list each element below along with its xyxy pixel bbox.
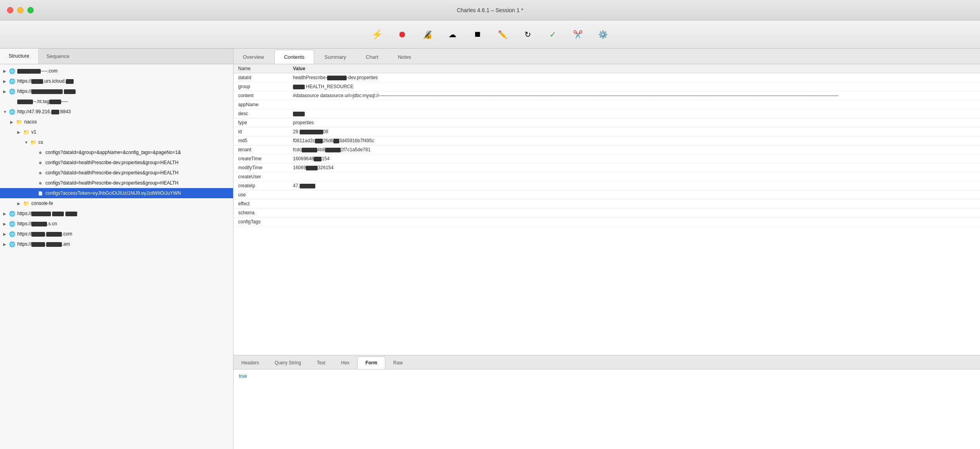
tree-arrow: ▶ — [17, 130, 23, 134]
tree-label: https:// — [17, 89, 76, 94]
record-button[interactable]: ⏺ — [392, 24, 412, 45]
tab-chart[interactable]: Chart — [356, 50, 388, 64]
tree-arrow — [31, 161, 37, 165]
tree-arrow — [31, 171, 37, 175]
tree-item-6[interactable]: ▶ 🌐 https:// — [0, 208, 233, 219]
table-row: dataIdhealthPrescribe--dev.properties — [233, 73, 980, 82]
tree-item-configs-3[interactable]: ⏺ configs?dataId=healthPrescribe-dev.pro… — [0, 168, 233, 178]
doc-icon: ⏺ — [37, 149, 44, 156]
tree-item-nacos[interactable]: ▶ 📁 nacos — [0, 117, 233, 127]
stop-button[interactable]: ⏹ — [467, 24, 488, 45]
minimize-button[interactable] — [17, 7, 24, 13]
table-row: group HEALTH_RESOURCE — [233, 82, 980, 91]
tree-label: v1 — [31, 129, 36, 135]
table-row: tenantfcdc4b82f7c1a5de781 — [233, 145, 980, 154]
tab-contents[interactable]: Contents — [274, 50, 314, 64]
right-panel-tabs: Overview Contents Summary Chart Notes — [233, 49, 980, 64]
tree-arrow: ▶ — [17, 201, 23, 206]
host-icon: 🌐 — [9, 88, 16, 95]
tree-label: configs?dataId=healthPrescribe-dev.prope… — [45, 170, 179, 176]
table-row: modifyTime16069326154 — [233, 163, 980, 172]
tree-item-5[interactable]: ▼ 🌐 http://47.99.216.:8843 — [0, 107, 233, 117]
tab-form[interactable]: Form — [357, 357, 385, 369]
tab-text[interactable]: Text — [309, 357, 333, 369]
tree-arrow: ▼ — [3, 110, 9, 114]
tab-query-string[interactable]: Query String — [267, 357, 309, 369]
tree-arrow: ▼ — [24, 140, 30, 145]
tab-headers[interactable]: Headers — [233, 357, 267, 369]
tree-item-7[interactable]: ▶ 🌐 https://.s.cn — [0, 219, 233, 229]
cell-name: desc — [233, 109, 288, 118]
window-title: Charles 4.6.1 – Session 1 * — [457, 7, 523, 13]
toolbar: ⚡ ⏺ 🔏 ☁ ⏹ ✏️ ↻ ✓ ✂️ ⚙️ — [0, 20, 980, 49]
tree-item-1[interactable]: ▶ 🌐 ──.com — [0, 66, 233, 76]
host-icon: 🌐 — [9, 210, 16, 217]
tree-label: https:// — [17, 211, 77, 216]
tree-item-v1[interactable]: ▶ 📁 v1 — [0, 127, 233, 137]
tree-label: configs?dataId=healthPrescribe-dev.prope… — [45, 160, 179, 165]
maximize-button[interactable] — [27, 7, 34, 13]
tree-item-3[interactable]: ▶ 🌐 https:// — [0, 86, 233, 96]
tab-sequence[interactable]: Sequence — [38, 49, 78, 64]
refresh-button[interactable]: ↻ — [517, 24, 538, 45]
throttle-button[interactable]: ⚡ — [367, 24, 387, 45]
tree-item-4[interactable]: ─.ht.tag── — [0, 96, 233, 107]
cell-value — [288, 199, 980, 208]
tree-label: ─.ht.tag── — [17, 99, 68, 104]
mode-button[interactable]: ☁ — [442, 24, 463, 45]
tree-label: https://.s.cn — [17, 221, 57, 226]
tree-item-console-fe[interactable]: ▶ 📁 console-fe — [0, 198, 233, 208]
tree-arrow: ▶ — [3, 69, 9, 73]
tree-arrow: ▶ — [10, 120, 16, 124]
tree-item-cs[interactable]: ▼ 📁 cs — [0, 137, 233, 147]
bottom-content: true — [233, 369, 980, 449]
tree-item-configs-2[interactable]: ⏺ configs?dataId=healthPrescribe-dev.pro… — [0, 158, 233, 168]
tree-label: console-fe — [31, 201, 53, 206]
close-button[interactable] — [7, 7, 13, 13]
cell-value — [288, 100, 980, 109]
tree-label: configs?dataId=healthPrescribe-dev.prope… — [45, 180, 179, 186]
tree-arrow — [31, 150, 37, 155]
compose-button[interactable]: ✏️ — [492, 24, 513, 45]
tree-item-8[interactable]: ▶ 🌐 https://..com — [0, 229, 233, 239]
tab-notes[interactable]: Notes — [389, 50, 421, 64]
tab-raw[interactable]: Raw — [385, 357, 410, 369]
tree-item-configs-selected[interactable]: 📄 configs?accessToken=eyJhbGciOiJIUzI1Ni… — [0, 188, 233, 198]
cell-name: type — [233, 118, 288, 127]
cell-name: appName — [233, 100, 288, 109]
doc-icon: 📄 — [37, 190, 44, 197]
tree-item-9[interactable]: ▶ 🌐 https://..am — [0, 239, 233, 249]
form-value-true: true — [239, 373, 247, 379]
cell-value: healthPrescribe--dev.properties — [288, 73, 980, 82]
tree-arrow: ▶ — [3, 232, 9, 236]
table-row: configTags — [233, 217, 980, 226]
tree-item-2[interactable]: ▶ 🌐 https://.urs.icloud. — [0, 76, 233, 86]
tab-overview[interactable]: Overview — [233, 50, 273, 64]
bottom-section: Headers Query String Text Hex Form Raw t… — [233, 355, 980, 449]
tree-label: cs — [38, 139, 43, 145]
table-row: createTime16069648154 — [233, 154, 980, 163]
tree-label: https://..com — [17, 231, 72, 237]
tree-label: ──.com — [17, 68, 58, 74]
table-row: id28 08 — [233, 127, 980, 136]
table-row: createIp47. — [233, 181, 980, 190]
tree-arrow: ▶ — [3, 222, 9, 226]
tree-label: configs?accessToken=eyJhbGciOiJIUzI1NiJ9… — [45, 190, 181, 196]
tree-item-configs-4[interactable]: ⏺ configs?dataId=healthPrescribe-dev.pro… — [0, 178, 233, 188]
validate-button[interactable]: ✓ — [542, 24, 563, 45]
cell-value: 16069326154 — [288, 163, 980, 172]
cell-name: effect — [233, 199, 288, 208]
tree-arrow: ▶ — [3, 242, 9, 246]
table-row: content#datasource datasource.url=jdbc:m… — [233, 91, 980, 100]
tab-summary[interactable]: Summary — [315, 50, 356, 64]
tools-button[interactable]: ✂️ — [568, 24, 588, 45]
tab-hex[interactable]: Hex — [333, 357, 357, 369]
tab-structure[interactable]: Structure — [0, 49, 38, 64]
table-row: createUser — [233, 172, 980, 181]
settings-button[interactable]: ⚙️ — [593, 24, 613, 45]
table-row: use — [233, 190, 980, 199]
ssl-button[interactable]: 🔏 — [417, 24, 438, 45]
tree-item-configs-1[interactable]: ⏺ configs?dataId=&group=&appName=&config… — [0, 147, 233, 158]
doc-icon: ⏺ — [37, 159, 44, 166]
cell-value: 47. — [288, 181, 980, 190]
